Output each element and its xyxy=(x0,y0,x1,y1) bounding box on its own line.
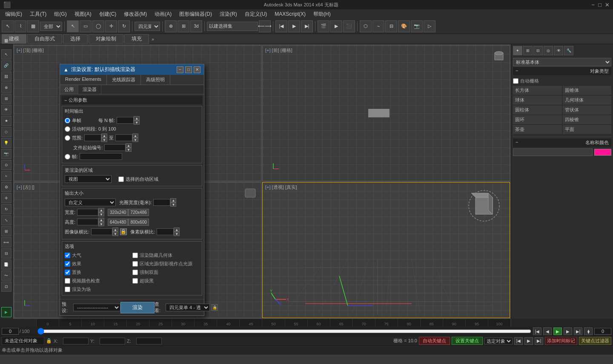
select-btn[interactable]: ↖ xyxy=(67,20,79,32)
obj-tube[interactable]: 管状体 xyxy=(563,105,612,114)
range-from-down[interactable]: ▼ xyxy=(101,138,107,142)
circle-select-btn[interactable]: ◯ xyxy=(92,20,104,32)
lt-schematic-btn[interactable]: ⊡ xyxy=(1,282,11,292)
key-filter-select[interactable]: 选定对象 xyxy=(484,338,513,344)
obj-box[interactable]: 长方体 xyxy=(513,86,562,95)
z-coord-input[interactable] xyxy=(136,338,162,344)
obj-geosphere[interactable]: 几何球体 xyxy=(563,96,612,105)
every-n-input[interactable] xyxy=(117,117,134,124)
dialog-subtab-common[interactable]: 公用 xyxy=(60,85,78,94)
create-panel-btn[interactable]: ✦ xyxy=(513,46,522,55)
coord-next-btn[interactable]: ▶| xyxy=(535,337,543,345)
every-n-up[interactable]: ▲ xyxy=(134,116,140,120)
pix-asp-down[interactable]: ▼ xyxy=(174,232,180,236)
image-aspect-input[interactable]: 1.333 xyxy=(91,228,112,235)
menu-maxscript[interactable]: MAXScript(X) xyxy=(271,10,309,18)
subtab-populate[interactable]: 填充 xyxy=(124,34,149,44)
primitive-type-select[interactable]: 标准基本体 xyxy=(513,58,611,66)
height-up[interactable]: ▲ xyxy=(98,218,104,222)
lt-layer-btn[interactable]: 📑 xyxy=(1,259,11,270)
auto-region-check[interactable] xyxy=(118,176,124,182)
render-setup-btn[interactable]: 🎬 xyxy=(318,20,329,32)
display-panel-btn[interactable]: 👁 xyxy=(554,46,563,55)
menu-help[interactable]: 帮助(H) xyxy=(310,10,334,19)
range-to-input[interactable]: 100 xyxy=(115,134,132,141)
auto-key-btn[interactable]: 自动关键点 xyxy=(419,337,450,345)
force-2sided-check[interactable] xyxy=(132,270,138,275)
pivot-btn[interactable]: ⊕ xyxy=(165,20,177,32)
aperture-input[interactable]: 36.0 xyxy=(153,199,170,206)
dialog-tab-render-elements[interactable]: Render Elements xyxy=(60,75,107,85)
file-start-up[interactable]: ▲ xyxy=(126,143,132,148)
lt-spacewarps-btn[interactable]: ≈ xyxy=(1,171,11,181)
x-coord-input[interactable] xyxy=(63,338,89,344)
menu-animation[interactable]: 动画(A) xyxy=(151,10,175,19)
modify-panel-btn[interactable]: ⊞ xyxy=(523,46,533,55)
menu-edit[interactable]: 编辑(E) xyxy=(2,10,26,19)
snap3d-btn[interactable]: 3d xyxy=(190,20,202,32)
play-viewport-btn[interactable]: ▶ xyxy=(1,307,11,317)
area-lights-check[interactable] xyxy=(132,261,138,267)
dialog-subtab-renderer[interactable]: 渲染器 xyxy=(78,85,101,94)
curve-editor-btn[interactable]: ~ xyxy=(372,20,384,32)
prev-frame-btn[interactable]: |◀ xyxy=(275,20,287,32)
named-selection-input[interactable] xyxy=(207,22,258,31)
lt-view-btn[interactable]: 👁 xyxy=(1,105,11,115)
render-hidden-check[interactable] xyxy=(132,253,138,258)
video-color-check[interactable] xyxy=(65,278,70,284)
menu-graph-editors[interactable]: 图形编辑器(D) xyxy=(176,10,215,19)
schematic-btn[interactable]: ⊟ xyxy=(385,20,397,32)
height-down[interactable]: ▼ xyxy=(98,222,104,226)
lt-camera-btn[interactable]: 📷 xyxy=(1,149,11,159)
view-lock-btn[interactable]: 🔒 xyxy=(212,304,218,311)
range-radio[interactable] xyxy=(65,135,70,141)
filter-btn[interactable]: ▦ xyxy=(27,20,39,32)
viewport-perspective[interactable]: [+] [透视] [真实] xyxy=(262,182,510,318)
menu-create[interactable]: 创建(C) xyxy=(96,10,120,19)
obj-cylinder[interactable]: 圆柱体 xyxy=(513,105,562,114)
lt-hierarchy-btn[interactable]: ⊞ xyxy=(1,94,11,104)
lt-ffd-btn[interactable]: ⊞ xyxy=(1,226,11,236)
play-btn[interactable]: ▶ xyxy=(553,327,562,335)
obj-plane[interactable]: 平面 xyxy=(563,125,612,134)
lt-select-btn[interactable]: ↖ xyxy=(1,49,11,60)
menu-modifiers[interactable]: 修改器(M) xyxy=(120,10,150,19)
coord-prev-btn[interactable]: |◀ xyxy=(514,337,523,345)
color-swatch[interactable] xyxy=(594,149,611,156)
size-800x600-btn[interactable]: 800x600 xyxy=(128,219,149,226)
object-name-input[interactable] xyxy=(513,148,593,156)
height-input[interactable]: 480 xyxy=(77,219,98,225)
menu-tools[interactable]: 工具(T) xyxy=(26,10,50,19)
go-to-start-btn[interactable]: |◀ xyxy=(533,327,541,335)
lock-aspect-btn[interactable]: 🔒 xyxy=(120,228,127,235)
lt-helpers-btn[interactable]: ⊙ xyxy=(1,160,11,170)
add-key-btn[interactable]: 添加时间标记 xyxy=(545,337,577,345)
obj-cone[interactable]: 圆锥体 xyxy=(563,86,612,95)
single-frame-radio[interactable] xyxy=(65,118,70,123)
subtab-object-paint[interactable]: 对象绘制 xyxy=(89,34,123,44)
img-asp-up[interactable]: ▲ xyxy=(112,228,118,232)
lt-unlink-btn[interactable]: ⛓ xyxy=(1,71,11,82)
dialog-tab-raytracer[interactable]: 光线跟踪器 xyxy=(107,75,141,85)
atmosphere-check[interactable] xyxy=(65,253,70,258)
pix-asp-up[interactable]: ▲ xyxy=(174,228,180,232)
obj-torus[interactable]: 圆环 xyxy=(513,115,562,124)
render-area-select[interactable]: 视图 xyxy=(65,175,112,183)
render-to-fields-check[interactable] xyxy=(65,287,70,292)
minimize-button[interactable]: − xyxy=(592,2,595,8)
subtab-selection[interactable]: 选择 xyxy=(63,34,88,44)
capture-btn[interactable]: 📷 xyxy=(411,20,423,32)
lt-create-btn[interactable]: ★ xyxy=(1,116,11,126)
size-640x480-btn[interactable]: 640x480 xyxy=(108,219,128,226)
nav-cube[interactable] xyxy=(467,189,501,224)
file-start-down[interactable]: ▼ xyxy=(126,148,132,152)
lt-curve-btn[interactable]: 〜 xyxy=(1,270,11,281)
subtab-more[interactable]: » xyxy=(152,37,154,42)
select-tool-btn[interactable]: ↖ xyxy=(2,20,14,32)
view-select[interactable]: 四元菜单 4 - 透 xyxy=(166,304,210,311)
lt-rotate-btn[interactable]: ↻ xyxy=(1,204,11,214)
go-to-end-btn[interactable]: ▶| xyxy=(574,327,582,335)
menu-customize[interactable]: 自定义(U) xyxy=(241,10,271,19)
name-color-header[interactable]: − 名称和颜色 xyxy=(513,139,611,147)
ram-player-btn[interactable]: ▷ xyxy=(424,20,435,32)
